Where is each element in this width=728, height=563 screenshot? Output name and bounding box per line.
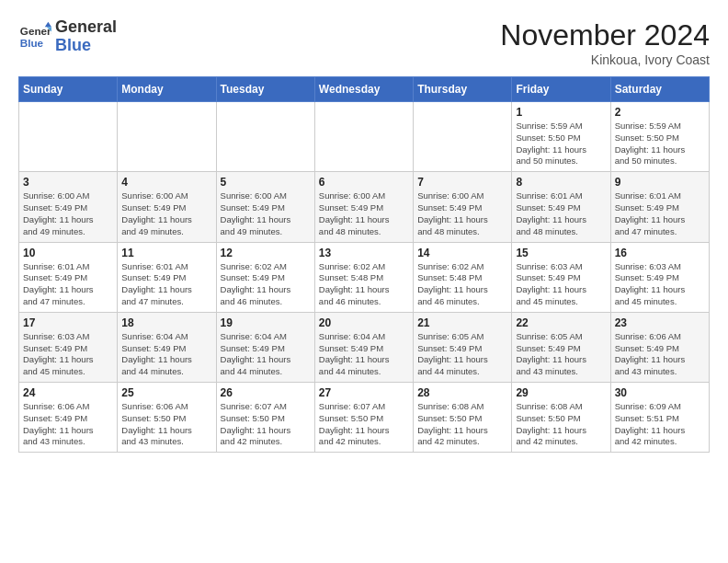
day-number: 25 [121,386,211,399]
day-info: Sunrise: 6:00 AM Sunset: 5:49 PM Dayligh… [319,190,409,237]
weekday-header-row: SundayMondayTuesdayWednesdayThursdayFrid… [19,77,710,102]
calendar-cell: 24Sunrise: 6:06 AM Sunset: 5:49 PM Dayli… [19,383,118,453]
calendar-cell: 15Sunrise: 6:03 AM Sunset: 5:49 PM Dayli… [512,242,610,312]
day-info: Sunrise: 6:02 AM Sunset: 5:48 PM Dayligh… [319,261,409,308]
calendar-cell: 8Sunrise: 6:01 AM Sunset: 5:49 PM Daylig… [512,172,610,242]
day-info: Sunrise: 6:06 AM Sunset: 5:50 PM Dayligh… [121,401,211,448]
day-info: Sunrise: 6:01 AM Sunset: 5:49 PM Dayligh… [615,190,705,237]
day-info: Sunrise: 6:00 AM Sunset: 5:49 PM Dayligh… [417,190,507,237]
day-info: Sunrise: 6:08 AM Sunset: 5:50 PM Dayligh… [516,401,606,448]
day-info: Sunrise: 5:59 AM Sunset: 5:50 PM Dayligh… [516,121,606,167]
calendar-cell [216,102,314,172]
day-info: Sunrise: 6:02 AM Sunset: 5:49 PM Dayligh… [221,261,311,308]
calendar-cell: 19Sunrise: 6:04 AM Sunset: 5:49 PM Dayli… [216,312,314,382]
day-number: 20 [319,316,409,329]
day-number: 23 [615,316,705,329]
calendar-cell: 1Sunrise: 5:59 AM Sunset: 5:50 PM Daylig… [512,102,610,172]
calendar-cell: 17Sunrise: 6:03 AM Sunset: 5:49 PM Dayli… [19,312,118,382]
weekday-header-tuesday: Tuesday [216,77,314,102]
day-number: 1 [516,106,606,119]
day-number: 17 [23,316,113,329]
day-number: 6 [319,176,409,189]
calendar-cell: 23Sunrise: 6:06 AM Sunset: 5:49 PM Dayli… [610,312,709,382]
day-info: Sunrise: 6:08 AM Sunset: 5:50 PM Dayligh… [417,401,507,448]
day-number: 8 [516,176,606,189]
day-number: 21 [417,316,507,329]
day-info: Sunrise: 6:01 AM Sunset: 5:49 PM Dayligh… [23,261,113,308]
day-number: 10 [23,247,113,259]
day-info: Sunrise: 6:05 AM Sunset: 5:49 PM Dayligh… [417,331,507,378]
day-number: 16 [615,247,705,259]
day-number: 4 [121,176,211,189]
calendar-cell: 9Sunrise: 6:01 AM Sunset: 5:49 PM Daylig… [610,172,709,242]
calendar-cell: 4Sunrise: 6:00 AM Sunset: 5:49 PM Daylig… [118,172,216,242]
logo-line1: General [55,18,117,37]
calendar-table: SundayMondayTuesdayWednesdayThursdayFrid… [18,76,710,453]
calendar-cell [414,102,512,172]
logo-icon: General Blue [18,20,51,53]
weekday-header-saturday: Saturday [610,77,709,102]
calendar-cell: 16Sunrise: 6:03 AM Sunset: 5:49 PM Dayli… [610,242,709,312]
weekday-header-wednesday: Wednesday [314,77,413,102]
calendar-cell: 14Sunrise: 6:02 AM Sunset: 5:48 PM Dayli… [414,242,512,312]
day-number: 14 [417,247,507,259]
day-number: 18 [121,316,211,329]
calendar-week-4: 17Sunrise: 6:03 AM Sunset: 5:49 PM Dayli… [19,312,710,382]
day-info: Sunrise: 6:03 AM Sunset: 5:49 PM Dayligh… [516,261,606,308]
day-info: Sunrise: 6:02 AM Sunset: 5:48 PM Dayligh… [417,261,507,308]
calendar-cell: 26Sunrise: 6:07 AM Sunset: 5:50 PM Dayli… [216,383,314,453]
day-number: 9 [615,176,705,189]
day-info: Sunrise: 6:03 AM Sunset: 5:49 PM Dayligh… [615,261,705,308]
day-number: 19 [221,316,311,329]
day-number: 26 [221,386,311,399]
day-info: Sunrise: 6:07 AM Sunset: 5:50 PM Dayligh… [319,401,409,448]
svg-text:Blue: Blue [20,37,44,49]
calendar-cell: 5Sunrise: 6:00 AM Sunset: 5:49 PM Daylig… [216,172,314,242]
page-header: General Blue General Blue November 2024 … [18,18,710,67]
day-number: 27 [319,386,409,399]
day-number: 3 [23,176,113,189]
day-number: 7 [417,176,507,189]
day-number: 2 [615,106,705,119]
logo-line2: Blue [55,37,117,55]
calendar-week-1: 1Sunrise: 5:59 AM Sunset: 5:50 PM Daylig… [19,102,710,172]
day-info: Sunrise: 6:00 AM Sunset: 5:49 PM Dayligh… [221,190,311,237]
day-info: Sunrise: 6:04 AM Sunset: 5:49 PM Dayligh… [221,331,311,378]
day-number: 15 [516,247,606,259]
logo: General Blue General Blue [18,18,117,55]
calendar-cell: 25Sunrise: 6:06 AM Sunset: 5:50 PM Dayli… [118,383,216,453]
day-info: Sunrise: 6:03 AM Sunset: 5:49 PM Dayligh… [23,331,113,378]
calendar-cell: 12Sunrise: 6:02 AM Sunset: 5:49 PM Dayli… [216,242,314,312]
day-info: Sunrise: 6:00 AM Sunset: 5:49 PM Dayligh… [121,190,211,237]
logo-text: General Blue [55,18,117,55]
location: Kinkoua, Ivory Coast [500,52,710,67]
day-number: 29 [516,386,606,399]
day-info: Sunrise: 6:05 AM Sunset: 5:49 PM Dayligh… [516,331,606,378]
calendar-cell: 3Sunrise: 6:00 AM Sunset: 5:49 PM Daylig… [19,172,118,242]
calendar-cell: 13Sunrise: 6:02 AM Sunset: 5:48 PM Dayli… [314,242,413,312]
day-info: Sunrise: 6:01 AM Sunset: 5:49 PM Dayligh… [516,190,606,237]
calendar-cell: 11Sunrise: 6:01 AM Sunset: 5:49 PM Dayli… [118,242,216,312]
calendar-cell: 22Sunrise: 6:05 AM Sunset: 5:49 PM Dayli… [512,312,610,382]
calendar-cell: 28Sunrise: 6:08 AM Sunset: 5:50 PM Dayli… [414,383,512,453]
day-info: Sunrise: 6:09 AM Sunset: 5:51 PM Dayligh… [615,401,705,448]
calendar-cell: 6Sunrise: 6:00 AM Sunset: 5:49 PM Daylig… [314,172,413,242]
day-number: 11 [121,247,211,259]
day-info: Sunrise: 5:59 AM Sunset: 5:50 PM Dayligh… [615,121,705,167]
month-title: November 2024 [500,18,710,52]
calendar-cell: 30Sunrise: 6:09 AM Sunset: 5:51 PM Dayli… [610,383,709,453]
calendar-week-5: 24Sunrise: 6:06 AM Sunset: 5:49 PM Dayli… [19,383,710,453]
day-info: Sunrise: 6:07 AM Sunset: 5:50 PM Dayligh… [221,401,311,448]
calendar-cell: 2Sunrise: 5:59 AM Sunset: 5:50 PM Daylig… [610,102,709,172]
calendar-cell [118,102,216,172]
calendar-cell: 29Sunrise: 6:08 AM Sunset: 5:50 PM Dayli… [512,383,610,453]
calendar-cell: 18Sunrise: 6:04 AM Sunset: 5:49 PM Dayli… [118,312,216,382]
day-info: Sunrise: 6:01 AM Sunset: 5:49 PM Dayligh… [121,261,211,308]
day-info: Sunrise: 6:04 AM Sunset: 5:49 PM Dayligh… [121,331,211,378]
calendar-week-2: 3Sunrise: 6:00 AM Sunset: 5:49 PM Daylig… [19,172,710,242]
calendar-week-3: 10Sunrise: 6:01 AM Sunset: 5:49 PM Dayli… [19,242,710,312]
day-info: Sunrise: 6:04 AM Sunset: 5:49 PM Dayligh… [319,331,409,378]
day-number: 13 [319,247,409,259]
day-info: Sunrise: 6:06 AM Sunset: 5:49 PM Dayligh… [615,331,705,378]
calendar-cell [19,102,118,172]
